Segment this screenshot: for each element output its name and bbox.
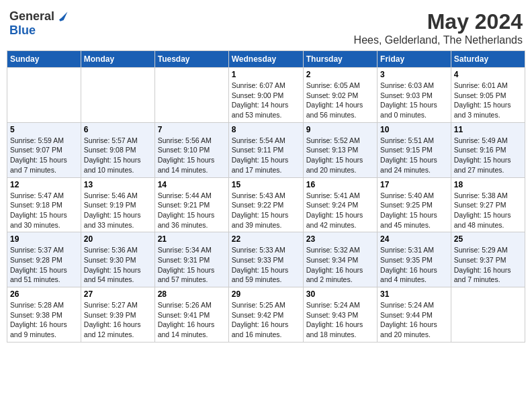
day-info: Sunrise: 5:47 AM Sunset: 9:18 PM Dayligh… [10, 191, 78, 230]
weekday-header-cell: Sunday [7, 51, 81, 68]
calendar-body: 1Sunrise: 6:07 AM Sunset: 9:00 PM Daylig… [7, 68, 525, 342]
calendar-day-cell: 8Sunrise: 5:54 AM Sunset: 9:11 PM Daylig… [228, 122, 303, 177]
day-info: Sunrise: 5:54 AM Sunset: 9:11 PM Dayligh… [232, 136, 300, 175]
day-number: 27 [84, 289, 152, 299]
calendar-day-cell: 11Sunrise: 5:49 AM Sunset: 9:16 PM Dayli… [451, 122, 525, 177]
day-info: Sunrise: 5:36 AM Sunset: 9:30 PM Dayligh… [84, 245, 152, 285]
day-info: Sunrise: 5:43 AM Sunset: 9:22 PM Dayligh… [232, 191, 300, 230]
calendar-day-cell [451, 287, 525, 342]
day-info: Sunrise: 6:07 AM Sunset: 9:00 PM Dayligh… [232, 81, 300, 120]
calendar-day-cell: 17Sunrise: 5:40 AM Sunset: 9:25 PM Dayli… [378, 177, 451, 232]
weekday-header-cell: Thursday [303, 51, 377, 68]
weekday-header-cell: Friday [378, 51, 451, 68]
day-info: Sunrise: 5:34 AM Sunset: 9:31 PM Dayligh… [158, 245, 226, 285]
calendar-day-cell: 15Sunrise: 5:43 AM Sunset: 9:22 PM Dayli… [228, 177, 303, 232]
logo-blue-text: Blue [9, 24, 36, 37]
calendar-day-cell: 1Sunrise: 6:07 AM Sunset: 9:00 PM Daylig… [228, 68, 303, 123]
day-info: Sunrise: 5:49 AM Sunset: 9:16 PM Dayligh… [454, 136, 522, 175]
calendar-day-cell [81, 68, 154, 123]
calendar-day-cell: 18Sunrise: 5:38 AM Sunset: 9:27 PM Dayli… [451, 177, 525, 232]
day-info: Sunrise: 5:51 AM Sunset: 9:15 PM Dayligh… [380, 136, 448, 175]
calendar-day-cell: 7Sunrise: 5:56 AM Sunset: 9:10 PM Daylig… [154, 122, 228, 177]
weekday-header-cell: Saturday [451, 51, 525, 68]
day-info: Sunrise: 5:40 AM Sunset: 9:25 PM Dayligh… [380, 191, 448, 230]
calendar-day-cell: 21Sunrise: 5:34 AM Sunset: 9:31 PM Dayli… [154, 232, 228, 287]
day-number: 20 [84, 234, 152, 244]
calendar-day-cell: 19Sunrise: 5:37 AM Sunset: 9:28 PM Dayli… [7, 232, 81, 287]
calendar-day-cell: 24Sunrise: 5:31 AM Sunset: 9:35 PM Dayli… [378, 232, 451, 287]
calendar-day-cell: 23Sunrise: 5:32 AM Sunset: 9:34 PM Dayli… [303, 232, 377, 287]
day-info: Sunrise: 5:52 AM Sunset: 9:13 PM Dayligh… [306, 136, 374, 175]
day-number: 26 [10, 289, 78, 299]
day-number: 11 [454, 125, 522, 134]
weekday-header-cell: Monday [81, 51, 154, 68]
day-number: 3 [380, 70, 448, 79]
day-number: 2 [306, 70, 374, 79]
calendar-week-row: 19Sunrise: 5:37 AM Sunset: 9:28 PM Dayli… [7, 232, 525, 287]
day-info: Sunrise: 5:46 AM Sunset: 9:19 PM Dayligh… [84, 191, 152, 230]
day-number: 18 [454, 180, 522, 189]
day-info: Sunrise: 5:26 AM Sunset: 9:41 PM Dayligh… [158, 300, 226, 340]
logo-general-text: General [9, 9, 54, 24]
calendar-week-row: 5Sunrise: 5:59 AM Sunset: 9:07 PM Daylig… [7, 122, 525, 177]
weekday-header-row: SundayMondayTuesdayWednesdayThursdayFrid… [7, 51, 525, 68]
day-number: 15 [232, 180, 300, 189]
calendar-day-cell: 27Sunrise: 5:27 AM Sunset: 9:39 PM Dayli… [81, 287, 154, 342]
day-number: 4 [454, 70, 522, 79]
calendar-week-row: 12Sunrise: 5:47 AM Sunset: 9:18 PM Dayli… [7, 177, 525, 232]
day-number: 8 [232, 125, 300, 134]
calendar-day-cell: 13Sunrise: 5:46 AM Sunset: 9:19 PM Dayli… [81, 177, 154, 232]
day-number: 16 [306, 180, 374, 189]
day-info: Sunrise: 5:59 AM Sunset: 9:07 PM Dayligh… [10, 136, 78, 175]
day-info: Sunrise: 5:31 AM Sunset: 9:35 PM Dayligh… [380, 245, 448, 285]
day-info: Sunrise: 6:03 AM Sunset: 9:03 PM Dayligh… [380, 81, 448, 120]
day-number: 14 [158, 180, 226, 189]
day-number: 9 [306, 125, 374, 134]
day-info: Sunrise: 5:33 AM Sunset: 9:33 PM Dayligh… [232, 245, 300, 285]
day-number: 30 [306, 289, 374, 299]
day-number: 12 [10, 180, 78, 189]
calendar-day-cell [154, 68, 228, 123]
calendar-day-cell: 22Sunrise: 5:33 AM Sunset: 9:33 PM Dayli… [228, 232, 303, 287]
day-number: 5 [10, 125, 78, 134]
calendar-day-cell: 12Sunrise: 5:47 AM Sunset: 9:18 PM Dayli… [7, 177, 81, 232]
logo: General Blue [9, 9, 69, 38]
day-info: Sunrise: 5:57 AM Sunset: 9:08 PM Dayligh… [84, 136, 152, 175]
calendar-table: SundayMondayTuesdayWednesdayThursdayFrid… [7, 50, 525, 342]
calendar-day-cell: 20Sunrise: 5:36 AM Sunset: 9:30 PM Dayli… [81, 232, 154, 287]
day-number: 10 [380, 125, 448, 134]
calendar-day-cell: 30Sunrise: 5:24 AM Sunset: 9:43 PM Dayli… [303, 287, 377, 342]
day-info: Sunrise: 5:24 AM Sunset: 9:43 PM Dayligh… [306, 300, 374, 340]
day-info: Sunrise: 6:01 AM Sunset: 9:05 PM Dayligh… [454, 81, 522, 120]
day-number: 23 [306, 234, 374, 244]
day-info: Sunrise: 5:44 AM Sunset: 9:21 PM Dayligh… [158, 191, 226, 230]
calendar-day-cell: 4Sunrise: 6:01 AM Sunset: 9:05 PM Daylig… [451, 68, 525, 123]
calendar-day-cell: 9Sunrise: 5:52 AM Sunset: 9:13 PM Daylig… [303, 122, 377, 177]
day-info: Sunrise: 5:37 AM Sunset: 9:28 PM Dayligh… [10, 245, 78, 285]
weekday-header-cell: Tuesday [154, 51, 228, 68]
day-number: 28 [158, 289, 226, 299]
day-number: 13 [84, 180, 152, 189]
calendar-day-cell: 10Sunrise: 5:51 AM Sunset: 9:15 PM Dayli… [378, 122, 451, 177]
day-number: 17 [380, 180, 448, 189]
calendar-day-cell: 16Sunrise: 5:41 AM Sunset: 9:24 PM Dayli… [303, 177, 377, 232]
day-info: Sunrise: 5:25 AM Sunset: 9:42 PM Dayligh… [232, 300, 300, 340]
calendar-day-cell: 2Sunrise: 6:05 AM Sunset: 9:02 PM Daylig… [303, 68, 377, 123]
calendar-day-cell: 14Sunrise: 5:44 AM Sunset: 9:21 PM Dayli… [154, 177, 228, 232]
day-number: 29 [232, 289, 300, 299]
day-number: 22 [232, 234, 300, 244]
day-info: Sunrise: 5:32 AM Sunset: 9:34 PM Dayligh… [306, 245, 374, 285]
logo-bird-icon [56, 10, 69, 24]
day-info: Sunrise: 5:24 AM Sunset: 9:44 PM Dayligh… [380, 300, 448, 340]
calendar-day-cell: 26Sunrise: 5:28 AM Sunset: 9:38 PM Dayli… [7, 287, 81, 342]
day-number: 6 [84, 125, 152, 134]
day-info: Sunrise: 6:05 AM Sunset: 9:02 PM Dayligh… [306, 81, 374, 120]
calendar-day-cell: 31Sunrise: 5:24 AM Sunset: 9:44 PM Dayli… [378, 287, 451, 342]
calendar-day-cell: 25Sunrise: 5:29 AM Sunset: 9:37 PM Dayli… [451, 232, 525, 287]
day-number: 19 [10, 234, 78, 244]
weekday-header-cell: Wednesday [228, 51, 303, 68]
calendar-week-row: 26Sunrise: 5:28 AM Sunset: 9:38 PM Dayli… [7, 287, 525, 342]
calendar-day-cell: 28Sunrise: 5:26 AM Sunset: 9:41 PM Dayli… [154, 287, 228, 342]
day-info: Sunrise: 5:29 AM Sunset: 9:37 PM Dayligh… [454, 245, 522, 285]
page-header: General Blue May 2024 Hees, Gelderland, … [7, 7, 525, 46]
